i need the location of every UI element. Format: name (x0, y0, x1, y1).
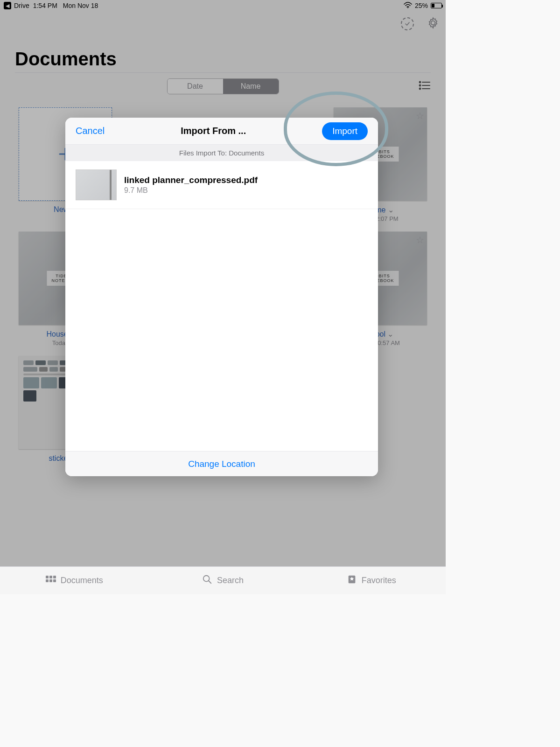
tab-bar: Documents Search Favorites (0, 566, 446, 594)
change-location-button[interactable]: Change Location (65, 451, 378, 476)
import-button[interactable]: Import (322, 122, 368, 140)
svg-line-10 (209, 581, 211, 584)
tab-documents[interactable]: Documents (0, 567, 148, 594)
tab-favorites[interactable]: Favorites (297, 567, 446, 594)
import-destination-label: Files Import To: Documents (65, 145, 378, 161)
sheet-body (65, 209, 378, 451)
tab-label: Documents (61, 576, 103, 585)
sheet-title: Import From ... (181, 126, 246, 136)
star-icon (347, 574, 357, 587)
search-icon (202, 574, 212, 587)
file-size: 9.7 MB (124, 186, 258, 195)
file-name: linked planner_compressed.pdf (124, 175, 258, 185)
tab-search[interactable]: Search (148, 567, 297, 594)
cancel-button[interactable]: Cancel (76, 126, 105, 136)
import-sheet: Cancel Import From ... Import Files Impo… (65, 118, 378, 476)
file-thumb (76, 169, 117, 200)
tab-label: Search (217, 576, 244, 585)
documents-icon (46, 576, 56, 586)
file-row[interactable]: linked planner_compressed.pdf 9.7 MB (65, 161, 378, 209)
tab-label: Favorites (362, 576, 396, 585)
